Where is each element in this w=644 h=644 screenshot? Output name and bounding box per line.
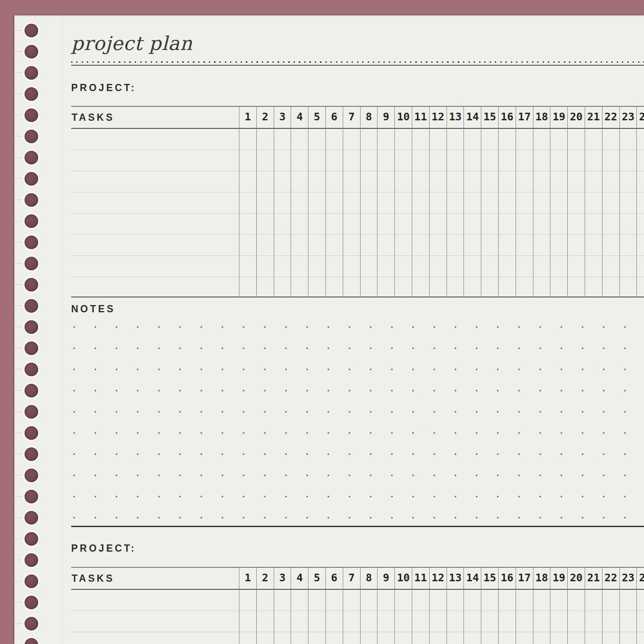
day-column: 14 [464, 567, 481, 644]
binding-tick [14, 369, 24, 369]
day-column: 19 [550, 567, 567, 644]
binding-tick [14, 602, 24, 602]
binding-tick [14, 475, 24, 475]
day-number: 10 [395, 567, 412, 590]
day-column: 18 [533, 567, 550, 644]
day-number: 4 [291, 567, 308, 590]
day-number: 5 [308, 106, 325, 129]
binding-tick [14, 560, 24, 560]
day-column: 11 [412, 106, 429, 297]
day-number: 6 [326, 106, 343, 129]
day-column: 5 [308, 106, 325, 297]
binding-tick [14, 305, 24, 306]
punch-hole [25, 151, 38, 164]
binding-tick [14, 623, 24, 624]
day-number: 7 [343, 567, 360, 590]
project-label-bottom: PROJECT: [71, 543, 136, 554]
day-column: 4 [291, 106, 308, 297]
page-title: project plan [71, 33, 193, 54]
day-column: 23 [619, 567, 637, 644]
day-column: 13 [447, 567, 464, 644]
notes-divider [71, 526, 644, 527]
day-number: 17 [516, 106, 533, 129]
paper-margin-seam [62, 15, 63, 644]
day-number: 22 [602, 567, 619, 590]
day-number: 15 [481, 567, 498, 590]
day-column: 1 [239, 106, 256, 297]
day-number: 8 [361, 106, 378, 129]
tasks-table-bottom: TASKS 1234567891011121314151617181920212… [71, 567, 644, 644]
punch-hole [25, 236, 38, 249]
day-column: 3 [274, 106, 291, 297]
notes-label: NOTES [71, 303, 115, 315]
binding-tick [14, 433, 24, 433]
day-column: 20 [567, 106, 585, 297]
punch-hole [25, 108, 38, 122]
day-column: 8 [360, 567, 378, 644]
punch-hole [25, 469, 38, 482]
punch-hole [25, 426, 38, 440]
day-number: 7 [343, 106, 360, 129]
punch-hole [25, 278, 38, 291]
day-number: 20 [568, 106, 585, 129]
day-column: 4 [291, 567, 308, 644]
day-number: 8 [361, 567, 378, 590]
punch-hole [25, 617, 38, 630]
day-number: 3 [274, 567, 291, 590]
day-number: 15 [481, 106, 498, 129]
day-column: 21 [585, 106, 602, 297]
day-number: 16 [499, 106, 516, 129]
day-column: 1 [239, 567, 256, 644]
day-number: 9 [378, 106, 394, 129]
punch-hole [25, 257, 38, 270]
day-column: 15 [481, 106, 498, 297]
tasks-header-label: TASKS [72, 568, 114, 589]
day-column: 16 [498, 567, 516, 644]
punch-hole [25, 66, 38, 80]
binding-tick [14, 411, 24, 412]
day-number: 23 [620, 567, 637, 590]
day-column: 2 [256, 567, 274, 644]
punch-hole [25, 87, 38, 101]
title-rule-solid [71, 65, 644, 66]
day-column: 3 [274, 567, 291, 644]
punch-hole [25, 363, 38, 376]
punch-hole [25, 384, 38, 397]
punch-hole [25, 320, 38, 334]
binding-tick [14, 263, 24, 264]
day-number: 2 [257, 106, 274, 129]
binding-tick [14, 390, 24, 391]
day-number: 13 [447, 106, 464, 129]
day-number: 11 [412, 567, 429, 590]
day-number: 19 [550, 106, 567, 129]
day-column: 7 [343, 106, 360, 297]
punch-hole [25, 553, 38, 567]
tasks-table-top: TASKS 1234567891011121314151617181920212… [71, 106, 644, 297]
binding-tick [14, 136, 24, 136]
punch-hole [25, 596, 38, 609]
punch-hole [25, 405, 38, 419]
day-column: 9 [377, 106, 394, 297]
day-number: 4 [291, 106, 308, 129]
day-number: 16 [499, 567, 516, 590]
punch-hole [25, 214, 38, 228]
day-number: 18 [533, 567, 550, 590]
punch-hole [25, 172, 38, 186]
binding-tick [14, 72, 24, 73]
day-column: 10 [394, 106, 412, 297]
punch-hole [25, 447, 38, 461]
punch-hole [25, 341, 38, 355]
binding-tick [14, 221, 24, 221]
day-column: 12 [429, 567, 447, 644]
punch-hole [25, 299, 38, 313]
day-column: 23 [619, 106, 637, 297]
day-number: 10 [395, 106, 412, 129]
day-number: 1 [239, 106, 256, 129]
binding-tick [14, 517, 24, 518]
day-column: 20 [567, 567, 585, 644]
punch-hole [25, 193, 38, 207]
day-number: 19 [550, 567, 567, 590]
binding-tick [14, 51, 24, 52]
binding-tick [14, 284, 24, 285]
day-number: 11 [412, 106, 429, 129]
